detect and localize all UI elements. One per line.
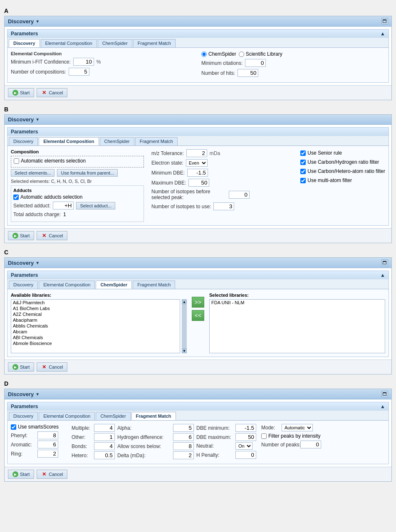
panel-c-add-button[interactable]: >> bbox=[192, 297, 204, 308]
panel-a-min-ifit-input[interactable] bbox=[73, 58, 94, 66]
tab-c-discovery[interactable]: Discovery bbox=[9, 281, 38, 289]
panel-b-senior-rule-checkbox[interactable] bbox=[300, 150, 306, 156]
panel-d-bonds-input[interactable] bbox=[94, 442, 115, 450]
panel-d-hetero-input[interactable] bbox=[94, 451, 115, 459]
tab-d-elemental[interactable]: Elemental Composition bbox=[39, 412, 95, 420]
panel-c-selected-list[interactable]: FDA UNII - NLM bbox=[209, 299, 385, 353]
cancel-icon-b: ✕ bbox=[41, 233, 47, 239]
list-item[interactable]: Abblis Chemicals bbox=[11, 323, 180, 329]
panel-b-carbon-hetero-checkbox[interactable] bbox=[300, 169, 306, 174]
panel-d-alpha-input[interactable] bbox=[173, 424, 194, 432]
panel-c-header[interactable]: Discovery ▼ 🗖 bbox=[5, 258, 391, 268]
panel-d-neutral-label: Neutral: bbox=[196, 443, 234, 449]
panel-c-restore-icon[interactable]: 🗖 bbox=[381, 259, 388, 266]
panel-d-collapse-icon[interactable]: ▲ bbox=[380, 404, 385, 409]
panel-d-ring-input[interactable] bbox=[37, 450, 58, 458]
panel-a-num-hits-input[interactable] bbox=[238, 69, 258, 77]
panel-c-list-scrollbar[interactable]: ▲ ▼ bbox=[182, 299, 187, 353]
panel-d-aromatic-input[interactable] bbox=[37, 441, 58, 448]
tab-d-discovery[interactable]: Discovery bbox=[9, 412, 38, 420]
tab-d-chemspider[interactable]: ChemSpider bbox=[96, 412, 130, 420]
tab-c-chemspider[interactable]: ChemSpider bbox=[96, 281, 132, 289]
panel-a-collapse-icon[interactable]: ▲ bbox=[380, 31, 385, 37]
panel-d-dbe-max-input[interactable] bbox=[235, 433, 256, 441]
panel-d-allow-below-input[interactable] bbox=[173, 442, 194, 450]
list-item[interactable]: Abmole Bioscience bbox=[11, 340, 180, 346]
panel-c-library-list[interactable]: A&J Pharmtech A1 BioChem Labs A2Z Chemic… bbox=[11, 299, 180, 353]
panel-c-remove-button[interactable]: << bbox=[192, 310, 204, 321]
panel-c-cancel-button[interactable]: ✕ Cancel bbox=[37, 362, 67, 372]
panel-b-select-elements-btn[interactable]: Select elements... bbox=[11, 169, 54, 177]
panel-d-hydrogen-diff-input[interactable] bbox=[173, 433, 194, 441]
panel-b-select-adduct-btn[interactable]: Select adduct... bbox=[76, 202, 115, 209]
panel-d-filter-peaks-checkbox[interactable] bbox=[261, 433, 267, 439]
panel-d-start-button[interactable]: ▶ Start bbox=[8, 470, 34, 479]
tab-c-elemental[interactable]: Elemental Composition bbox=[39, 281, 95, 289]
panel-a-num-comp-input[interactable] bbox=[69, 68, 89, 76]
panel-b-start-button[interactable]: ▶ Start bbox=[8, 231, 34, 240]
panel-c-start-button[interactable]: ▶ Start bbox=[8, 362, 34, 372]
panel-a-start-button[interactable]: ▶ Start bbox=[8, 88, 34, 97]
tab-a-elemental[interactable]: Elemental Composition bbox=[41, 39, 97, 47]
tab-c-fragment[interactable]: Fragment Match bbox=[133, 281, 175, 289]
tab-b-fragment[interactable]: Fragment Match bbox=[135, 137, 178, 145]
panel-a-header[interactable]: Discovery ▼ 🗖 bbox=[5, 16, 391, 27]
panel-d-delta-input[interactable] bbox=[173, 451, 194, 459]
tab-a-discovery[interactable]: Discovery bbox=[9, 39, 40, 47]
panel-d-restore-icon[interactable]: 🗖 bbox=[381, 391, 388, 397]
panel-b-use-formula-btn[interactable]: Use formula from parent... bbox=[57, 169, 118, 177]
panel-d-bonds-label: Bonds: bbox=[72, 443, 92, 449]
panel-a-restore-icon[interactable]: 🗖 bbox=[381, 18, 388, 25]
panel-b-cancel-button[interactable]: ✕ Cancel bbox=[37, 231, 67, 240]
panel-d-h-penalty-label: H Penalty: bbox=[196, 452, 234, 458]
tab-a-fragment[interactable]: Fragment Match bbox=[133, 39, 176, 47]
panel-d-mode-select[interactable]: Automatic bbox=[282, 424, 313, 431]
panel-b-auto-elements-checkbox[interactable] bbox=[14, 158, 19, 164]
panel-d-cancel-button[interactable]: ✕ Cancel bbox=[37, 470, 67, 479]
panel-c-collapse-icon[interactable]: ▲ bbox=[380, 272, 385, 278]
panel-b-max-dbe-label: Maximum DBE: bbox=[151, 180, 186, 186]
panel-d-num-peaks-input[interactable] bbox=[300, 441, 321, 448]
tab-a-chemspider[interactable]: ChemSpider bbox=[98, 39, 132, 47]
panel-b-mz-input[interactable] bbox=[186, 149, 207, 157]
panel-d-h-penalty-input[interactable] bbox=[235, 451, 256, 459]
panel-d-delta-label: Delta (mDa): bbox=[117, 453, 171, 458]
panel-d-dbe-min-input[interactable] bbox=[235, 424, 256, 432]
tab-b-elemental[interactable]: Elemental Composition bbox=[39, 137, 99, 145]
panel-d-phenyl-input[interactable] bbox=[37, 431, 58, 439]
panel-a-scilibrary-radio[interactable]: Scientific Library bbox=[239, 51, 282, 57]
panel-b-multi-atom-checkbox[interactable] bbox=[300, 178, 306, 183]
panel-b-header[interactable]: Discovery ▼ bbox=[5, 115, 391, 125]
panel-a-cancel-button[interactable]: ✕ Cancel bbox=[37, 88, 67, 97]
panel-b-iso-use-input[interactable] bbox=[213, 202, 234, 210]
panel-a-chemspider-radio[interactable]: ChemSpider bbox=[201, 51, 236, 57]
scroll-down-icon[interactable]: ▼ bbox=[182, 348, 187, 353]
panel-d-other-input[interactable] bbox=[94, 433, 115, 441]
panel-d-use-smarts-checkbox[interactable] bbox=[11, 424, 16, 430]
panel-b-min-dbe-input[interactable] bbox=[187, 169, 208, 177]
tab-b-discovery[interactable]: Discovery bbox=[9, 137, 38, 145]
list-item[interactable]: A&J Pharmtech bbox=[11, 300, 180, 305]
list-item[interactable]: Abacipharm bbox=[11, 317, 180, 323]
panel-b-max-dbe-input[interactable] bbox=[188, 179, 209, 187]
list-item[interactable]: A1 BioChem Labs bbox=[11, 305, 180, 311]
list-item[interactable]: Abcam bbox=[11, 329, 180, 335]
panel-a-min-citations-input[interactable] bbox=[245, 59, 266, 67]
list-item[interactable]: ABI Chemicals bbox=[11, 335, 180, 340]
start-icon-c: ▶ bbox=[12, 364, 18, 370]
panel-b-iso-before-input[interactable] bbox=[229, 191, 250, 199]
tab-b-chemspider[interactable]: ChemSpider bbox=[100, 137, 134, 145]
panel-d-header[interactable]: Discovery ▼ 🗖 bbox=[5, 389, 391, 399]
panel-d-multiple-input[interactable] bbox=[94, 424, 115, 432]
panel-d-neutral-select[interactable]: On bbox=[235, 442, 252, 450]
panel-b-auto-adducts-checkbox[interactable] bbox=[13, 195, 19, 200]
panel-b-adduct-input[interactable] bbox=[53, 202, 74, 209]
panel-b-carbon-hydrogen-checkbox[interactable] bbox=[300, 160, 306, 165]
list-item[interactable]: A2Z Chemical bbox=[11, 311, 180, 317]
panel-b-adduct-label: Selected adduct: bbox=[13, 203, 50, 209]
tab-d-fragment[interactable]: Fragment Match bbox=[131, 412, 176, 420]
list-item[interactable]: FDA UNII - NLM bbox=[210, 300, 385, 305]
dropdown-arrow-icon-b: ▼ bbox=[35, 117, 40, 122]
panel-b-electron-select[interactable]: Even bbox=[186, 159, 208, 167]
scroll-up-icon[interactable]: ▲ bbox=[182, 299, 187, 304]
